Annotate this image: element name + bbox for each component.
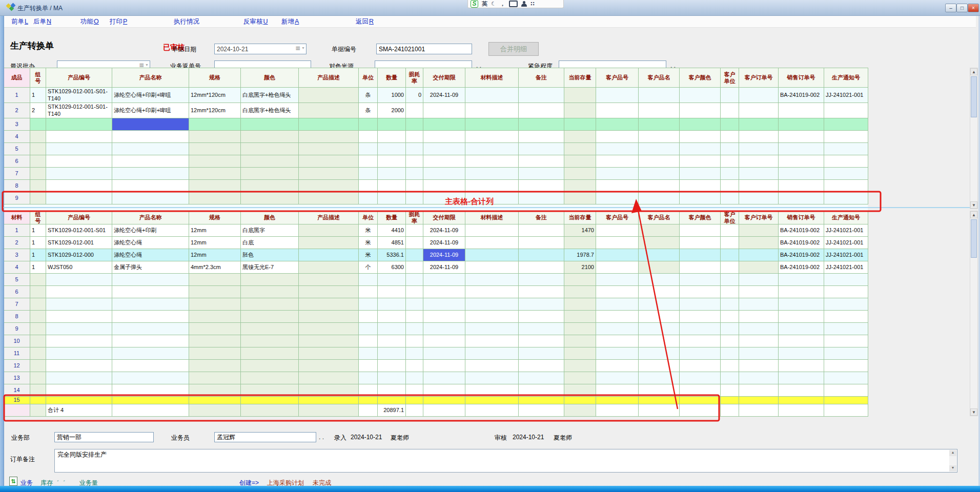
grid-cell[interactable]	[680, 360, 721, 372]
menu-item-4[interactable]: 执行情况	[174, 17, 199, 26]
grid-cell[interactable]	[779, 131, 824, 143]
grid-cell[interactable]	[639, 237, 680, 249]
grid-cell[interactable]	[423, 118, 465, 131]
grid-cell[interactable]	[721, 298, 739, 311]
grid-cell[interactable]	[779, 155, 824, 168]
ime-toolbox-icon[interactable]: ∷	[530, 1, 535, 7]
grid-cell[interactable]	[189, 286, 241, 298]
grid-cell[interactable]	[519, 311, 564, 323]
grid-cell[interactable]	[406, 168, 423, 180]
grid-cell[interactable]	[779, 180, 824, 192]
grid-cell[interactable]	[359, 384, 378, 397]
grid-cell[interactable]	[739, 372, 779, 384]
grid-cell[interactable]	[241, 311, 299, 323]
grid-cell[interactable]	[465, 404, 519, 417]
grid-cell[interactable]	[824, 311, 868, 323]
menu-item-6[interactable]: 新增A	[281, 17, 299, 26]
grid-cell[interactable]	[596, 131, 639, 143]
grid-cell[interactable]	[46, 192, 112, 204]
grid-cell[interactable]	[378, 131, 406, 143]
grid-cell[interactable]	[639, 192, 680, 204]
grid-cell[interactable]: WJST050	[46, 261, 112, 274]
ime-language-mode[interactable]: 英	[482, 1, 487, 7]
grid-cell[interactable]	[596, 249, 639, 261]
grid-cell[interactable]	[779, 311, 824, 323]
grid-cell[interactable]	[30, 397, 46, 404]
grid-cell[interactable]	[299, 298, 359, 311]
grid-cell[interactable]	[241, 180, 299, 192]
grid-cell[interactable]	[299, 397, 359, 404]
grid-cell[interactable]	[189, 335, 241, 347]
grid-cell[interactable]	[564, 335, 596, 347]
grid-cell[interactable]	[46, 372, 112, 384]
grid-cell[interactable]	[680, 397, 721, 404]
grid-cell[interactable]	[299, 192, 359, 204]
grid-cell[interactable]: JJ-241021-001	[824, 88, 868, 103]
grid-cell[interactable]	[824, 360, 868, 372]
grid-cell[interactable]	[721, 274, 739, 286]
grid-cell[interactable]	[423, 103, 465, 118]
grid-cell[interactable]	[359, 143, 378, 155]
grid-cell[interactable]	[465, 261, 519, 274]
grid-cell[interactable]	[465, 249, 519, 261]
grid-cell[interactable]	[189, 274, 241, 286]
grid-cell[interactable]: 1	[30, 249, 46, 261]
grid-cell[interactable]	[519, 224, 564, 237]
grid-cell[interactable]	[406, 237, 423, 249]
grid-cell[interactable]	[721, 88, 739, 103]
grid-cell[interactable]	[739, 143, 779, 155]
scroll-down-icon[interactable]: ▼	[970, 408, 977, 416]
grid-cell[interactable]	[519, 372, 564, 384]
grid-cell[interactable]	[596, 261, 639, 274]
grid-cell[interactable]	[112, 298, 189, 311]
grid-cell[interactable]	[596, 88, 639, 103]
grid-cell[interactable]	[378, 347, 406, 360]
grid-cell[interactable]	[112, 384, 189, 397]
grid-cell[interactable]	[406, 286, 423, 298]
grid-cell[interactable]: JJ-241021-001	[824, 261, 868, 274]
menu-item-2[interactable]: 功能O	[80, 17, 99, 26]
grid-cell[interactable]	[680, 224, 721, 237]
grid-cell[interactable]	[112, 192, 189, 204]
grid-cell[interactable]	[465, 103, 519, 118]
grid-cell[interactable]	[359, 397, 378, 404]
grid-cell[interactable]	[30, 118, 46, 131]
grid-cell[interactable]	[639, 404, 680, 417]
grid-cell[interactable]	[189, 168, 241, 180]
grid-cell[interactable]: 白底黑字	[241, 224, 299, 237]
remark-scrollbar[interactable]: ▴ ▾	[949, 450, 956, 471]
grid-cell[interactable]	[423, 384, 465, 397]
grid-cell[interactable]	[30, 360, 46, 372]
grid-cell[interactable]: 12mm*120cm	[189, 88, 241, 103]
grid-cell[interactable]: 涤纶空心绳+印刷+啤咀	[112, 88, 189, 103]
grid-cell[interactable]	[241, 118, 299, 131]
grid-cell[interactable]	[406, 118, 423, 131]
grid-cell[interactable]	[680, 192, 721, 204]
grid-cell[interactable]	[359, 192, 378, 204]
grid-cell[interactable]	[30, 372, 46, 384]
grid-cell[interactable]	[721, 323, 739, 335]
grid-cell[interactable]	[596, 180, 639, 192]
grid-cell[interactable]	[779, 286, 824, 298]
grid-cell[interactable]	[519, 360, 564, 372]
grid-cell[interactable]	[596, 168, 639, 180]
grid-cell[interactable]	[189, 404, 241, 417]
grid-cell[interactable]	[680, 237, 721, 249]
grid-cell[interactable]	[465, 274, 519, 286]
grid-cell[interactable]	[739, 360, 779, 372]
grid-cell[interactable]	[299, 88, 359, 103]
grid-cell[interactable]	[189, 118, 241, 131]
grid-cell[interactable]	[241, 404, 299, 417]
grid-cell[interactable]	[46, 397, 112, 404]
grid-cell[interactable]	[299, 237, 359, 249]
grid-cell[interactable]	[639, 274, 680, 286]
grid-cell[interactable]	[564, 397, 596, 404]
grid-cell[interactable]	[779, 118, 824, 131]
grid-cell[interactable]	[46, 286, 112, 298]
clerk-input[interactable]	[214, 432, 316, 442]
grid-cell[interactable]	[189, 155, 241, 168]
grid-cell[interactable]	[564, 155, 596, 168]
grid-cell[interactable]	[779, 298, 824, 311]
grid-cell[interactable]	[406, 192, 423, 204]
grid-cell[interactable]: 胚色	[241, 249, 299, 261]
